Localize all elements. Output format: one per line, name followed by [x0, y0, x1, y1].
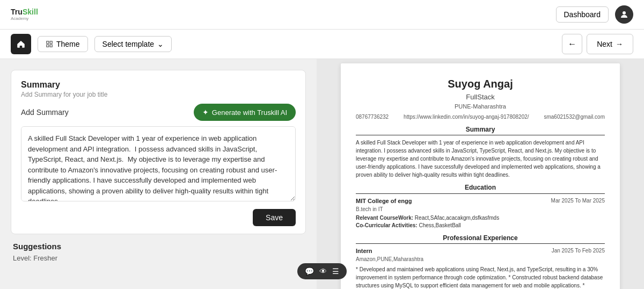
resume-education-title: Education [356, 183, 605, 194]
coursework-value: React,SAfac,acacakgm,dsfkasfmds [415, 215, 499, 221]
add-summary-label: Add Summary [21, 108, 69, 117]
save-row: Save [21, 209, 296, 226]
cocurricular-value: Chess,BasketBall [419, 222, 460, 228]
edu-degree: B.tech in IT [356, 206, 412, 213]
right-panel: Suyog Angaj FullStack PUNE-Maharashtra 0… [317, 59, 644, 289]
svg-point-3 [623, 11, 626, 15]
svg-rect-6 [47, 45, 49, 47]
template-dropdown[interactable]: Select template ⌄ [94, 36, 172, 52]
svg-rect-7 [50, 45, 52, 47]
summary-card: Summary Add Summary for your job title A… [11, 70, 306, 234]
cocurricular-label: Co-Curricular Activities: [356, 222, 418, 228]
resume-email: sma6021532@gmail.com [544, 113, 605, 121]
edu-cocurricular: Co-Curricular Activities: Chess,BasketBa… [356, 222, 605, 229]
generate-ai-button[interactable]: ✦ Generate with Truskill AI [194, 104, 296, 121]
dashboard-button[interactable]: Dashboard [556, 6, 609, 23]
exp-job-title: Intern [356, 247, 372, 255]
next-arrow-icon: → [616, 40, 623, 48]
main-content: Summary Add Summary for your job title A… [0, 59, 644, 289]
back-button[interactable]: ← [562, 34, 582, 54]
edu-row: MIT College of engg B.tech in IT Mar 202… [356, 197, 605, 214]
exp-date: Jan 2025 To Feb 2025 [552, 247, 605, 255]
summary-textarea[interactable]: A skilled Full Stack Developer with 1 ye… [21, 126, 296, 201]
generate-btn-label: Generate with Truskill AI [212, 109, 287, 117]
home-button[interactable] [11, 34, 31, 54]
svg-text:Academy: Academy [11, 16, 28, 21]
resume-name: Suyog Angaj [356, 76, 605, 91]
resume-location: PUNE-Maharashtra [356, 103, 605, 111]
theme-button[interactable]: Theme [38, 36, 88, 52]
nav-arrows: ← Next → [562, 34, 633, 54]
left-panel: Summary Add Summary for your job title A… [0, 59, 317, 289]
svg-text:Tru: Tru [11, 8, 23, 16]
edu-date: Mar 2025 To Mar 2025 [551, 197, 605, 205]
back-arrow-icon: ← [568, 39, 576, 49]
avatar[interactable] [615, 5, 633, 24]
comment-icon[interactable]: 💬 [305, 267, 314, 276]
summary-card-title: Summary [21, 80, 296, 90]
resume-job-title: FullStack [356, 92, 605, 102]
logo-area: Tru Skill Academy [11, 5, 54, 24]
resume-summary-title: Summary [356, 125, 605, 136]
suggestions-section: Suggestions Level: Fresher [11, 242, 306, 262]
toolbar: Theme Select template ⌄ ← Next → [0, 30, 644, 59]
save-button[interactable]: Save [253, 209, 296, 226]
nav-right: Dashboard [556, 5, 634, 24]
ai-icon: ✦ [202, 108, 209, 117]
resume-professional-title: Professional Experience [356, 234, 605, 244]
resume-summary-text: A skilled Full Stack Developer with 1 ye… [356, 139, 605, 179]
template-label: Select template [103, 40, 155, 48]
resume-contact-row: 08767736232 https://www.linkedin.com/in/… [356, 113, 605, 121]
next-button[interactable]: Next → [587, 34, 633, 54]
edu-left: MIT College of engg B.tech in IT [356, 197, 412, 214]
resume-phone: 08767736232 [356, 113, 389, 121]
coursework-label: Relevant CourseWork: [356, 215, 413, 221]
eye-icon[interactable]: 👁 [319, 267, 327, 276]
add-summary-row: Add Summary ✦ Generate with Truskill AI [21, 104, 296, 121]
summary-card-subtitle: Add Summary for your job title [21, 91, 296, 98]
resume-preview: Suyog Angaj FullStack PUNE-Maharashtra 0… [341, 63, 620, 289]
menu-icon[interactable]: ☰ [332, 267, 339, 276]
exp-description: * Developed and maintained web applicati… [356, 265, 605, 289]
svg-rect-5 [50, 41, 52, 44]
next-label: Next [597, 40, 612, 48]
edu-college: MIT College of engg [356, 197, 412, 205]
exp-row: Intern Jan 2025 To Feb 2025 [356, 247, 605, 255]
svg-text:Skill: Skill [23, 8, 38, 16]
level-text: Level: Fresher [13, 254, 304, 262]
resume-linkedin: https://www.linkedin.com/in/suyog-angaj-… [404, 113, 529, 121]
suggestions-title: Suggestions [13, 242, 304, 251]
exp-company: Amazon,PUNE,Maharashtra [356, 256, 605, 263]
dropdown-icon: ⌄ [157, 40, 164, 48]
floating-toolbar: 💬 👁 ☰ [297, 263, 347, 279]
logo: Tru Skill Academy [11, 5, 54, 24]
svg-rect-4 [47, 41, 49, 44]
navbar: Tru Skill Academy Dashboard [0, 0, 644, 30]
theme-label: Theme [56, 40, 80, 48]
edu-coursework: Relevant CourseWork: React,SAfac,acacakg… [356, 214, 605, 222]
